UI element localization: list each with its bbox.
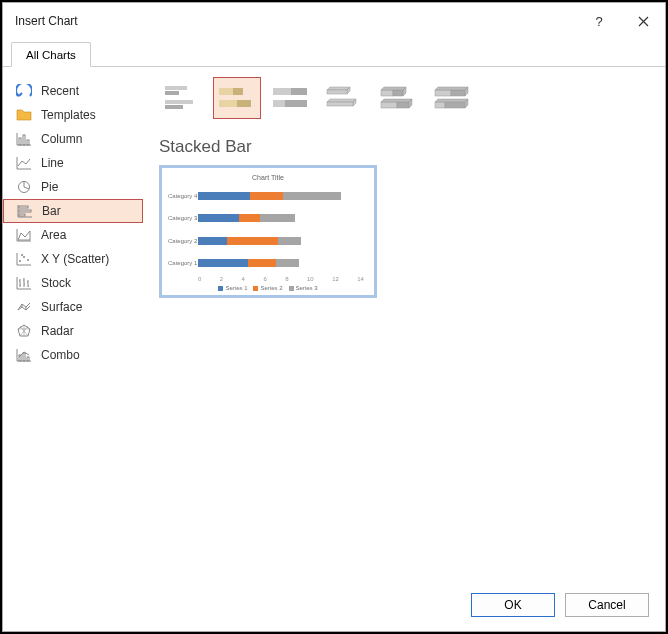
sidebar-item-recent[interactable]: Recent [3,79,143,103]
preview-bar-row: Category 1 [198,259,364,267]
bar-segment [250,192,283,200]
subtype-100-stacked-bar[interactable] [267,77,315,119]
surface-chart-icon [15,299,33,315]
legend-item: Series 1 [218,285,247,291]
svg-point-7 [19,260,21,262]
radar-chart-icon [15,323,33,339]
tick-label: 2 [220,276,223,282]
sidebar-item-label: Stock [41,276,71,290]
tick-label: 8 [285,276,288,282]
selected-chart-name: Stacked Bar [159,137,649,157]
help-button[interactable]: ? [577,5,621,37]
tab-strip: All Charts [3,39,665,67]
bar-segment [276,259,299,267]
sidebar-item-bar[interactable]: Bar [3,199,143,223]
dialog-footer: OK Cancel [3,581,665,631]
sidebar-item-combo[interactable]: Combo [3,343,143,367]
3d-100-stacked-bar-icon [433,82,473,114]
sidebar-item-templates[interactable]: Templates [3,103,143,127]
sidebar-item-label: Radar [41,324,74,338]
svg-rect-17 [165,105,183,109]
tick-label: 0 [198,276,201,282]
svg-rect-0 [19,138,21,145]
subtype-clustered-bar[interactable] [159,77,207,119]
ok-button[interactable]: OK [471,593,555,617]
bar-segment [198,214,239,222]
sidebar-item-label: Surface [41,300,82,314]
svg-rect-33 [451,90,465,96]
svg-rect-18 [219,88,233,95]
bar-segment [198,237,227,245]
sidebar-item-stock[interactable]: Stock [3,271,143,295]
subtype-3d-100-stacked-bar[interactable] [429,77,477,119]
category-label: Category 4 [168,193,196,199]
tab-all-charts[interactable]: All Charts [11,42,91,67]
svg-rect-26 [327,90,347,94]
titlebar: Insert Chart ? [3,3,665,39]
sidebar-item-label: Bar [42,204,61,218]
sidebar-item-pie[interactable]: Pie [3,175,143,199]
svg-rect-13 [27,357,29,361]
subtype-stacked-bar[interactable] [213,77,261,119]
tick-label: 14 [357,276,364,282]
preview-legend: Series 1 Series 2 Series 3 [168,285,368,291]
sidebar-item-label: Column [41,132,82,146]
sidebar-item-line[interactable]: Line [3,151,143,175]
svg-rect-24 [273,100,285,107]
bar-segment [198,259,248,267]
preview-bar-row: Category 2 [198,237,364,245]
sidebar-item-label: Combo [41,348,80,362]
category-label: Category 2 [168,238,196,244]
svg-rect-6 [19,214,25,216]
main-panel: Stacked Bar Chart Title Category 4 Categ… [143,67,665,581]
sidebar-item-radar[interactable]: Radar [3,319,143,343]
svg-rect-34 [435,102,445,108]
bar-segment [260,214,295,222]
sidebar-item-column[interactable]: Column [3,127,143,151]
dialog-body: Recent Templates Column Line Pie Bar [3,67,665,581]
bar-segment [227,237,278,245]
bar-segment [198,192,250,200]
svg-rect-32 [435,90,451,96]
svg-point-9 [27,259,29,261]
insert-chart-dialog: Insert Chart ? All Charts Recent Templat… [2,2,666,632]
category-label: Category 1 [168,260,196,266]
tick-label: 10 [307,276,314,282]
close-icon [638,16,649,27]
sidebar-item-label: X Y (Scatter) [41,252,109,266]
stacked-bar-icon [217,82,257,114]
column-chart-icon [15,131,33,147]
svg-rect-14 [165,86,187,90]
clustered-bar-icon [163,82,203,114]
100-stacked-bar-icon [271,82,311,114]
svg-rect-21 [237,100,251,107]
tick-label: 4 [242,276,245,282]
combo-chart-icon [15,347,33,363]
dialog-title: Insert Chart [15,14,577,28]
3d-stacked-bar-icon [379,82,419,114]
svg-rect-15 [165,91,179,95]
stock-chart-icon [15,275,33,291]
close-button[interactable] [621,5,665,37]
preview-bar-row: Category 4 [198,192,364,200]
svg-rect-12 [23,353,25,361]
cancel-button[interactable]: Cancel [565,593,649,617]
subtype-3d-clustered-bar[interactable] [321,77,369,119]
area-chart-icon [15,227,33,243]
sidebar-item-area[interactable]: Area [3,223,143,247]
pie-chart-icon [15,179,33,195]
sidebar-item-surface[interactable]: Surface [3,295,143,319]
bar-segment [283,192,341,200]
tick-label: 12 [332,276,339,282]
svg-rect-20 [219,100,237,107]
bar-chart-icon [16,203,34,219]
svg-rect-30 [381,102,397,108]
sidebar-item-scatter[interactable]: X Y (Scatter) [3,247,143,271]
subtype-3d-stacked-bar[interactable] [375,77,423,119]
preview-bar-row: Category 3 [198,214,364,222]
sidebar-item-label: Templates [41,108,96,122]
legend-item: Series 3 [289,285,318,291]
chart-preview[interactable]: Chart Title Category 4 Category 3 [159,165,377,298]
bar-segment [278,237,301,245]
bar-segment [248,259,276,267]
